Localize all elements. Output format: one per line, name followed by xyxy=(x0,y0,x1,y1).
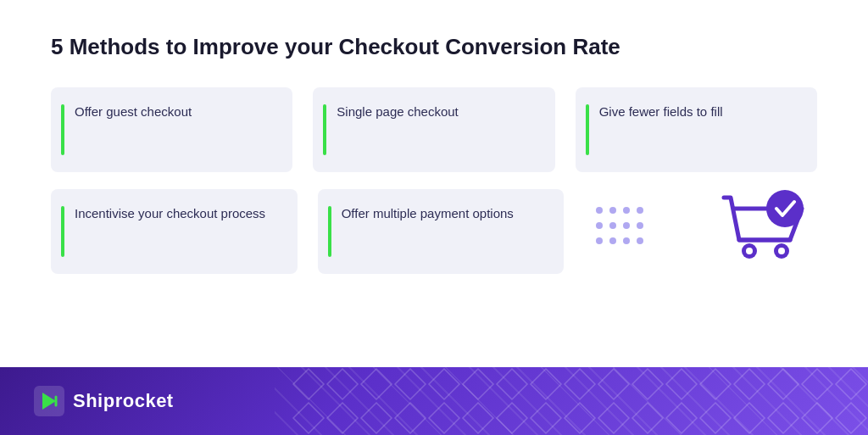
svg-point-11 xyxy=(637,237,643,244)
svg-point-14 xyxy=(746,248,753,254)
card-fewer-fields-text: Give fewer fields to fill xyxy=(599,101,723,120)
card-incentivise: Incentivise your checkout process xyxy=(51,189,298,274)
svg-point-16 xyxy=(778,248,785,254)
svg-point-5 xyxy=(609,222,616,229)
svg-point-17 xyxy=(766,190,804,227)
svg-rect-19 xyxy=(292,367,868,435)
dots-pattern-icon xyxy=(593,202,660,261)
card-accent-4 xyxy=(61,206,64,257)
svg-point-6 xyxy=(623,222,630,229)
svg-point-4 xyxy=(596,222,603,229)
footer: Shiprocket xyxy=(0,367,868,435)
svg-point-7 xyxy=(637,222,643,229)
footer-pattern xyxy=(292,367,868,435)
svg-point-8 xyxy=(596,237,603,244)
shiprocket-logo-icon xyxy=(34,386,64,416)
footer-logo: Shiprocket xyxy=(34,386,174,416)
card-accent-3 xyxy=(586,104,589,155)
card-accent-5 xyxy=(328,206,331,257)
footer-brand-name: Shiprocket xyxy=(73,390,174,412)
card-payment-options: Offer multiple payment options xyxy=(318,189,565,274)
cart-illustration xyxy=(584,189,817,274)
card-incentivise-text: Incentivise your checkout process xyxy=(75,203,265,222)
card-accent-1 xyxy=(61,104,64,155)
svg-point-0 xyxy=(596,207,603,214)
card-guest-text: Offer guest checkout xyxy=(75,101,192,120)
card-payment-text: Offer multiple payment options xyxy=(342,203,514,222)
card-guest-checkout: Offer guest checkout xyxy=(51,87,292,172)
main-container: 5 Methods to Improve your Checkout Conve… xyxy=(0,0,868,435)
content-area: 5 Methods to Improve your Checkout Conve… xyxy=(0,0,868,367)
svg-point-1 xyxy=(609,207,616,214)
svg-point-10 xyxy=(623,237,630,244)
shopping-cart-icon xyxy=(707,185,817,278)
card-accent-2 xyxy=(323,104,326,155)
card-single-page-text: Single page checkout xyxy=(337,101,458,120)
svg-point-2 xyxy=(623,207,630,214)
card-fewer-fields: Give fewer fields to fill xyxy=(576,87,817,172)
page-title: 5 Methods to Improve your Checkout Conve… xyxy=(51,34,817,60)
svg-point-9 xyxy=(609,237,616,244)
card-single-page: Single page checkout xyxy=(313,87,554,172)
svg-point-3 xyxy=(637,207,643,214)
